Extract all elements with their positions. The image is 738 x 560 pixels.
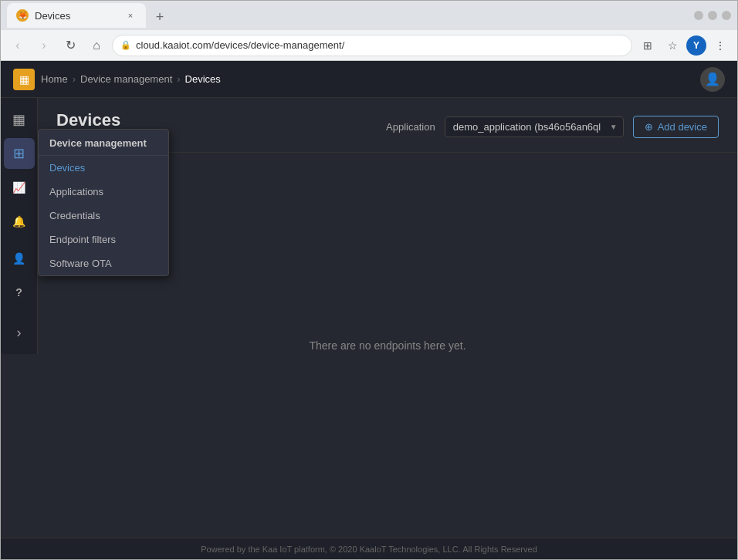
breadcrumb: Home › Device management › Devices [35, 73, 700, 85]
profile-button[interactable]: Y [686, 35, 706, 56]
bookmark-button[interactable]: ☆ [662, 35, 683, 56]
sidebar-expand-button[interactable]: › [4, 317, 35, 348]
application-label: Application [386, 121, 435, 133]
dashboard-icon: ▦ [12, 111, 25, 128]
application-select[interactable]: demo_application (bs46o56an6ql [445, 116, 624, 137]
footer: Powered by the Kaa IoT platform, © 2020 … [1, 538, 737, 559]
tab-title: Devices [35, 10, 70, 22]
address-text: cloud.kaaiot.com/devices/device-manageme… [136, 39, 344, 51]
dropdown-item-software-ota[interactable]: Software OTA [39, 251, 168, 275]
active-tab[interactable]: 🦊 Devices × [7, 3, 146, 28]
dropdown-item-devices[interactable]: Devices [39, 156, 168, 180]
add-device-label: Add device [658, 121, 707, 133]
breadcrumb-sep-2: › [177, 73, 180, 85]
more-button[interactable]: ⋮ [709, 35, 731, 56]
add-device-button[interactable]: ⊕ Add device [633, 116, 719, 138]
sidebar-item-user[interactable]: 👤 [4, 243, 35, 274]
window-close[interactable] [722, 11, 731, 20]
nav-back-button[interactable]: ‹ [7, 35, 29, 56]
breadcrumb-home[interactable]: Home [41, 73, 68, 85]
help-icon: ? [15, 286, 22, 299]
dropdown-header: Device management [39, 130, 168, 156]
footer-text: Powered by the Kaa IoT platform, © 2020 … [201, 545, 537, 554]
nav-refresh-button[interactable]: ↻ [59, 35, 81, 56]
expand-icon: › [17, 325, 22, 341]
add-device-icon: ⊕ [645, 121, 653, 133]
tab-favicon: 🦊 [16, 9, 29, 22]
translate-button[interactable]: ⊞ [637, 35, 658, 56]
lock-icon: 🔒 [120, 40, 131, 50]
dropdown-item-credentials[interactable]: Credentials [39, 204, 168, 228]
nav-home-button[interactable]: ⌂ [86, 35, 107, 56]
sidebar-item-help[interactable]: ? [4, 277, 35, 308]
sidebar: ▦ ⊞ 📈 🔔 👤 ? [1, 98, 38, 354]
user-icon: 👤 [705, 72, 720, 86]
device-management-icon: ⊞ [13, 145, 25, 162]
breadcrumb-current: Devices [185, 73, 221, 85]
device-management-dropdown: Device management Devices Applications C… [38, 129, 169, 276]
breadcrumb-sep-1: › [73, 73, 76, 85]
notifications-icon: 🔔 [12, 215, 25, 228]
empty-message: There are no endpoints here yet. [309, 339, 465, 352]
page-actions: Application demo_application (bs46o56an6… [386, 116, 719, 138]
app-select-wrapper[interactable]: demo_application (bs46o56an6ql [445, 116, 624, 137]
nav-forward-button[interactable]: › [33, 35, 55, 56]
user-menu-button[interactable]: 👤 [700, 67, 725, 92]
dropdown-item-endpoint-filters[interactable]: Endpoint filters [39, 228, 168, 251]
user-profile-icon: 👤 [12, 252, 25, 265]
sidebar-item-analytics[interactable]: 📈 [4, 172, 35, 203]
window-minimize[interactable] [694, 11, 703, 20]
tab-close-button[interactable]: × [124, 9, 137, 22]
window-maximize[interactable] [708, 11, 717, 20]
app-logo-icon: ▦ [13, 69, 35, 90]
dropdown-item-applications[interactable]: Applications [39, 180, 168, 204]
page-title: Devices [56, 110, 169, 130]
analytics-icon: 📈 [12, 181, 25, 194]
new-tab-button[interactable]: + [149, 6, 171, 28]
address-bar[interactable]: 🔒 cloud.kaaiot.com/devices/device-manage… [112, 35, 632, 56]
breadcrumb-device-management[interactable]: Device management [80, 73, 172, 85]
sidebar-item-dashboard[interactable]: ▦ [4, 104, 35, 135]
sidebar-item-notifications[interactable]: 🔔 [4, 206, 35, 237]
sidebar-item-device-management[interactable]: ⊞ [4, 138, 35, 169]
